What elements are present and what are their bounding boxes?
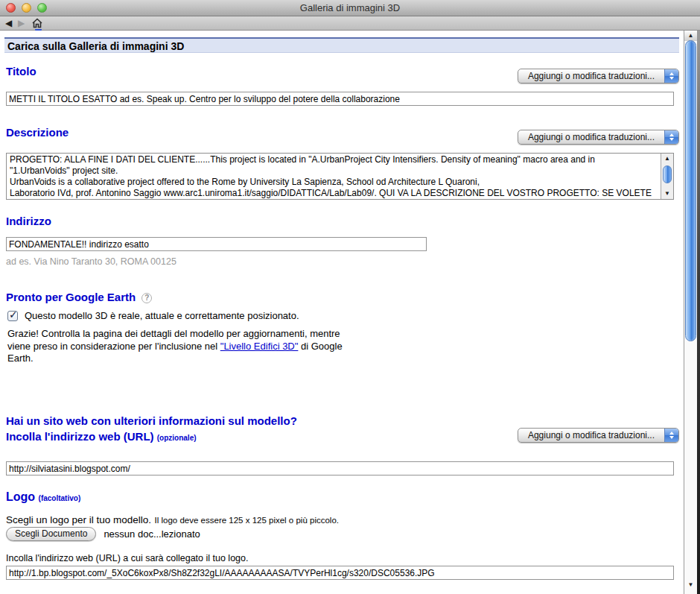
titlebar: Galleria di immagini 3D [0,0,700,16]
back-icon[interactable]: ◀ [5,17,12,29]
scroll-up-icon[interactable]: ▲ [684,31,697,41]
window-right-edge [697,31,700,594]
help-icon[interactable]: ? [141,293,152,303]
website-optional-label: (opzionale) [157,434,197,442]
logo-url-label: Incolla l'indirizzo web (URL) a cui sarà… [6,553,248,563]
website-heading-line2: Incolla l'indirizzo web (URL) (opzionale… [6,430,197,443]
logo-size-note: Il logo deve essere 125 x 125 pixel o pi… [155,516,339,525]
scroll-down-icon[interactable]: ▼ [661,189,673,198]
real-model-checkbox-label: Questo modello 3D è reale, attuale e cor… [25,310,299,321]
translations-dropdown-titolo[interactable]: Aggiungi o modifica traduzioni... [518,69,679,83]
descrizione-textarea[interactable]: PROGETTO: ALLA FINE I DATI DEL CLIENTE..… [6,153,674,200]
real-model-checkbox[interactable]: ✓ [7,311,18,321]
home-icon[interactable] [31,17,43,29]
dropdown-arrows-icon [664,130,678,144]
browser-toolbar: ◀ ▶ [0,16,700,31]
translations-dropdown-descrizione[interactable]: Aggiungi o modifica traduzioni... [518,130,679,145]
window-title: Galleria di immagini 3D [0,2,700,13]
google-earth-heading-text: Pronto per Google Earth [6,291,136,303]
no-file-selected-label: nessun doc...lezionato [104,528,200,540]
livello-edifici-link[interactable]: "Livello Edifici 3D" [220,341,299,352]
logo-instruction: Scegli un logo per il tuo modello. [6,514,151,525]
website-heading-line2-text: Incolla l'indirizzo web (URL) [6,430,154,443]
google-earth-thanks-text: Grazie! Controlla la pagina dei dettagli… [7,328,360,365]
descrizione-text: PROGETTO: ALLA FINE I DATI DEL CLIENTE..… [10,154,658,198]
indirizzo-input[interactable] [6,237,427,251]
website-heading-line1: Hai un sito web con ulteriori informazio… [6,414,297,427]
forward-icon[interactable]: ▶ [18,17,25,29]
checkmark-icon: ✓ [9,309,18,320]
translations-dropdown-label: Aggiungi o modifica traduzioni... [518,430,664,440]
translations-dropdown-label: Aggiungi o modifica traduzioni... [518,132,664,142]
page-content: Carica sulla Galleria di immagini 3D Tit… [0,31,684,594]
logo-url-input[interactable] [6,566,674,580]
titolo-input[interactable] [6,92,674,106]
indirizzo-hint: ad es. Via Nino Taranto 30, ROMA 00125 [6,256,176,267]
choose-file-button[interactable]: Scegli Documento [6,527,96,541]
scrollbar-thumb[interactable] [663,165,672,183]
google-earth-heading: Pronto per Google Earth? [6,291,152,303]
descrizione-heading: Descrizione [6,126,69,139]
logo-heading: Logo (facoltativo) [6,490,80,504]
logo-choose-row: Scegli Documento nessun doc...lezionato [6,527,200,541]
scroll-down-icon[interactable]: ▼ [684,580,697,590]
dropdown-arrows-icon [664,429,678,442]
google-earth-checkbox-row: ✓ Questo modello 3D è reale, attuale e c… [7,310,299,321]
browser-window: Galleria di immagini 3D ◀ ▶ Carica sulla… [0,0,700,594]
logo-optional-label: (facoltativo) [39,494,81,502]
translations-dropdown-website[interactable]: Aggiungi o modifica traduzioni... [518,428,679,443]
translations-dropdown-label: Aggiungi o modifica traduzioni... [518,71,664,81]
window-scrollbar[interactable]: ▲ ▼ [684,31,697,594]
logo-instruction-row: Scegli un logo per il tuo modello. Il lo… [6,513,339,526]
indirizzo-heading: Indirizzo [6,215,51,227]
logo-heading-text: Logo [6,490,35,503]
scroll-up-icon[interactable]: ▲ [661,154,673,163]
descrizione-scrollbar[interactable]: ▲ ▼ [661,154,673,199]
website-url-input[interactable] [6,461,674,475]
page-title: Carica sulla Galleria di immagini 3D [4,37,679,53]
dropdown-arrows-icon [664,69,678,83]
titolo-heading: Titolo [6,65,36,78]
scrollbar-thumb[interactable] [685,40,696,341]
